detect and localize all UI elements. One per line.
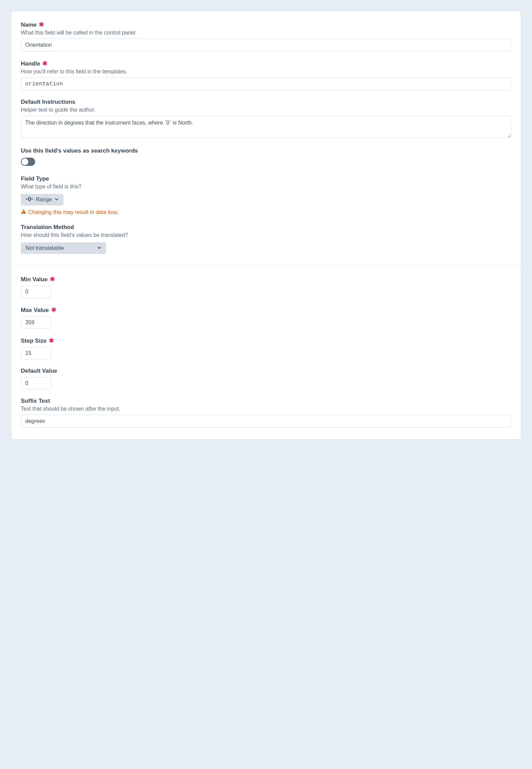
suffix-label: Suffix Text <box>21 398 50 404</box>
warning-icon <box>21 209 26 216</box>
required-icon: ✱ <box>49 337 54 344</box>
name-help: What this field will be called in the co… <box>21 30 511 36</box>
handle-help: How you'll refer to this field in the te… <box>21 69 511 75</box>
svg-rect-3 <box>23 211 24 212</box>
translation-value: Not translatable <box>26 245 64 251</box>
toggle-knob <box>21 158 28 165</box>
required-icon: ✱ <box>39 21 44 28</box>
instructions-field: Default Instructions Helper text to guid… <box>21 99 511 139</box>
required-icon: ✱ <box>50 276 55 283</box>
translation-select[interactable]: Not translatable <box>21 242 106 254</box>
min-value-field: Min Value ✱ <box>21 275 511 298</box>
translation-field: Translation Method How should this field… <box>21 224 511 254</box>
fieldtype-select[interactable]: Range <box>21 194 63 205</box>
fieldtype-label: Field Type <box>21 175 49 182</box>
fieldtype-warning: Changing this may result in data loss. <box>21 209 511 216</box>
required-icon: ✱ <box>51 307 56 313</box>
step-size-field: Step Size ✱ <box>21 337 511 359</box>
suffix-help: Text that should be shown after the inpu… <box>21 406 511 412</box>
svg-rect-1 <box>29 197 30 201</box>
general-section: Name ✱ What this field will be called in… <box>11 11 521 266</box>
handle-input[interactable] <box>21 77 511 90</box>
step-size-input[interactable] <box>21 347 52 359</box>
svg-rect-4 <box>23 213 24 213</box>
instructions-label: Default Instructions <box>21 99 75 105</box>
handle-field: Handle ✱ How you'll refer to this field … <box>21 60 511 90</box>
chevron-down-icon <box>97 245 101 251</box>
required-icon: ✱ <box>42 60 47 67</box>
range-slider-icon <box>26 197 33 203</box>
fieldtype-field: Field Type What type of field is this? R… <box>21 175 511 216</box>
instructions-input[interactable] <box>21 116 511 138</box>
fieldtype-help: What type of field is this? <box>21 184 511 190</box>
suffix-field: Suffix Text Text that should be shown af… <box>21 398 511 428</box>
type-settings-section: Min Value ✱ Max Value ✱ Step Size ✱ <box>11 266 521 439</box>
default-value-field: Default Value <box>21 368 511 389</box>
translation-label: Translation Method <box>21 224 74 231</box>
translation-help: How should this field's values be transl… <box>21 232 511 238</box>
handle-label: Handle <box>21 60 40 67</box>
instructions-help: Helper text to guide the author. <box>21 107 511 113</box>
suffix-input[interactable] <box>21 415 511 428</box>
step-size-label: Step Size <box>21 338 47 344</box>
max-value-label: Max Value <box>21 307 49 314</box>
name-label: Name <box>21 22 37 28</box>
min-value-input[interactable] <box>21 286 52 298</box>
searchable-field: Use this field's values as search keywor… <box>21 147 511 167</box>
default-value-label: Default Value <box>21 368 57 374</box>
min-value-label: Min Value <box>21 276 47 283</box>
searchable-toggle[interactable] <box>21 158 35 166</box>
max-value-field: Max Value ✱ <box>21 306 511 329</box>
default-value-input[interactable] <box>21 377 52 389</box>
name-input[interactable] <box>21 39 511 52</box>
chevron-down-icon <box>55 197 59 203</box>
searchable-label: Use this field's values as search keywor… <box>21 147 138 154</box>
max-value-input[interactable] <box>21 316 52 329</box>
fieldtype-warning-text: Changing this may result in data loss. <box>28 209 119 215</box>
name-field: Name ✱ What this field will be called in… <box>21 21 511 52</box>
field-settings-card: Name ✱ What this field will be called in… <box>11 11 521 440</box>
fieldtype-value: Range <box>36 197 52 203</box>
